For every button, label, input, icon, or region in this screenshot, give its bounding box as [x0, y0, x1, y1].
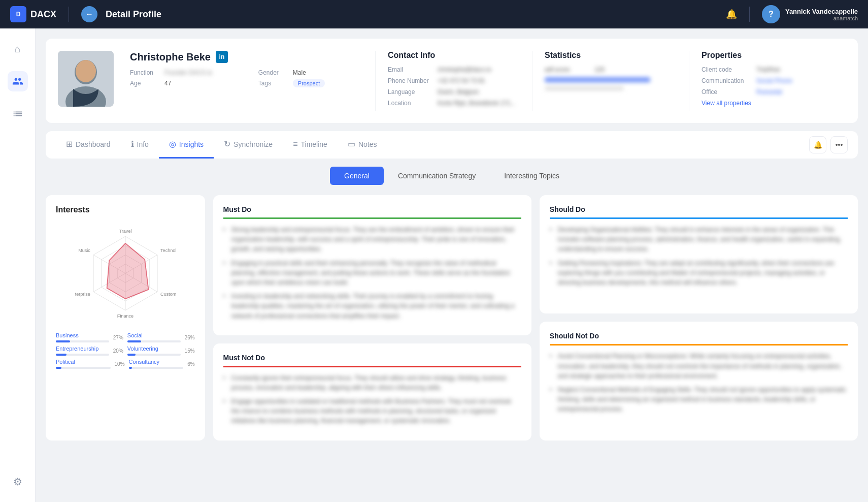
view-all-properties[interactable]: View all properties: [702, 100, 833, 107]
interest-col-3: Entrepreneurship: [56, 346, 109, 356]
profile-avatar: [58, 51, 114, 107]
contact-info-section: Contact Info Email christophe@dacx.io Ph…: [388, 51, 532, 111]
right-column: Should Do Developing Organizational Abil…: [540, 195, 858, 441]
profile-card: Christophe Beke in Function Founder DACX…: [46, 39, 858, 123]
should-do-panel: Should Do Developing Organizational Abil…: [540, 195, 858, 313]
interest-row-2: Entrepreneurship 20% Volunteering 15%: [56, 346, 195, 356]
tab-info[interactable]: ℹ Info: [121, 131, 159, 159]
profile-name-row: Christophe Beke in: [130, 51, 359, 63]
should-not-do-item-2: Neglect Conventional Methods of Engaging…: [550, 385, 848, 415]
sidebar: ⌂ ⚙: [0, 28, 36, 502]
must-not-do-content: Constantly ignore their entrepreneurial …: [223, 373, 521, 426]
sub-tab-communication[interactable]: Communication Strategy: [384, 167, 490, 185]
logo-icon: D: [10, 6, 26, 22]
interest-row-3: Political 10% Consultancy 6%: [56, 359, 195, 369]
notes-tab-icon: ▭: [348, 139, 355, 149]
svg-text:Travel: Travel: [119, 229, 131, 234]
must-do-panel: Must Do Strong leadership and entreprene…: [213, 195, 531, 335]
tab-dashboard[interactable]: ⊞ Dashboard: [56, 131, 121, 159]
client-code-row: Client code Trial/free: [702, 66, 833, 73]
contact-info-title: Contact Info: [388, 51, 520, 60]
function-label: Function: [130, 69, 160, 76]
should-do-title: Should Do: [550, 205, 848, 219]
sidebar-item-home[interactable]: ⌂: [8, 39, 28, 59]
interest-name-5: Political: [56, 359, 111, 365]
interest-score-4: 15%: [185, 348, 195, 354]
tab-notes-label: Notes: [358, 140, 377, 148]
synchronize-tab-icon: ↻: [224, 139, 230, 149]
more-options-btn[interactable]: •••: [830, 136, 848, 153]
svg-text:Finance: Finance: [117, 313, 133, 319]
interest-col-4: Volunteering: [127, 346, 181, 356]
back-button[interactable]: ←: [81, 6, 97, 22]
tab-insights-label: Insights: [179, 140, 204, 148]
profile-name: Christophe Beke: [130, 51, 211, 63]
communication-value: Social Phone: [756, 77, 792, 84]
user-avatar: ?: [762, 5, 780, 23]
profile-sections: Contact Info Email christophe@dacx.io Ph…: [375, 51, 846, 111]
tab-synchronize[interactable]: ↻ Synchronize: [214, 131, 283, 159]
notification-btn[interactable]: 🔔: [809, 136, 826, 153]
properties-section: Properties Client code Trial/free Commun…: [689, 51, 846, 111]
must-do-item-3: Investing in leadership and networking s…: [223, 292, 521, 321]
svg-text:Technology: Technology: [160, 248, 176, 253]
interest-score-5: 10%: [115, 361, 125, 367]
must-not-do-panel: Must Not Do Constantly ignore their entr…: [213, 343, 531, 441]
tab-dashboard-label: Dashboard: [76, 140, 111, 148]
sub-tab-general[interactable]: General: [330, 167, 384, 185]
should-not-do-panel: Should Not Do Avoid Conventional Plannin…: [540, 322, 858, 440]
communication-label: Communication: [702, 77, 752, 84]
tab-info-label: Info: [137, 140, 149, 148]
communication-row: Communication Social Phone: [702, 77, 833, 84]
interest-name-3: Entrepreneurship: [56, 346, 109, 352]
properties-title: Properties: [702, 51, 833, 60]
must-do-item-2: Engaging in practical skills and their e…: [223, 259, 521, 288]
interest-name-1: Business: [56, 332, 109, 338]
tab-notes[interactable]: ▭ Notes: [338, 131, 387, 159]
gender-label: Gender: [258, 69, 289, 76]
linkedin-icon[interactable]: in: [216, 51, 228, 63]
tab-synchronize-label: Synchronize: [233, 140, 273, 148]
svg-text:Customers: Customers: [160, 292, 176, 297]
interests-panel: Interests: [46, 195, 205, 441]
interest-col-5: Political: [56, 359, 111, 369]
bell-icon[interactable]: 🔔: [726, 9, 737, 20]
interest-score-1: 27%: [113, 335, 123, 340]
insights-tab-icon: ◎: [169, 139, 176, 149]
age-label: Age: [130, 80, 160, 87]
nav-divider-2: [749, 7, 750, 22]
sidebar-item-users[interactable]: [8, 71, 28, 91]
interest-col-2: Social: [127, 332, 181, 342]
interest-col-6: Consultancy: [129, 359, 184, 369]
must-not-do-item-1: Constantly ignore their entrepreneurial …: [223, 373, 521, 393]
sub-tabs: General Communication Strategy Interesti…: [46, 167, 858, 185]
sub-tab-topics[interactable]: Interesting Topics: [490, 167, 574, 185]
should-do-item-1: Developing Organizational Abilities: The…: [550, 225, 848, 255]
must-do-title: Must Do: [223, 205, 521, 219]
must-not-do-item-2: Engage opportunities in outdated or trad…: [223, 397, 521, 426]
function-value: Founder DACX.io: [164, 69, 212, 76]
tab-timeline[interactable]: ≡ Timeline: [283, 132, 338, 159]
should-not-do-item-1: Avoid Conventional Planning or Misconcep…: [550, 352, 848, 381]
profile-info: Christophe Beke in Function Founder DACX…: [130, 51, 359, 111]
settings-icon[interactable]: ⚙: [8, 472, 28, 492]
interest-name-2: Social: [127, 332, 181, 338]
statistics-title: Statistics: [545, 51, 677, 60]
tabs-bar: ⊞ Dashboard ℹ Info ◎ Insights ↻ Synchron…: [46, 131, 858, 159]
field-function: Function Founder DACX.io: [130, 69, 246, 76]
client-code-label: Client code: [702, 66, 752, 73]
language-value: Dutch, Belgium: [438, 88, 479, 96]
tabs-actions: 🔔 •••: [809, 136, 848, 153]
sidebar-item-charts[interactable]: [8, 104, 28, 124]
statistics-section: Statistics adf.score 120: [532, 51, 689, 111]
svg-marker-14: [107, 243, 148, 299]
user-name: Yannick Vandecappelle: [785, 8, 858, 15]
language-label: Language: [388, 88, 433, 96]
interest-score-3: 20%: [113, 348, 123, 354]
svg-text:Enterprise: Enterprise: [75, 292, 90, 297]
office-value: Roesedal: [756, 88, 782, 96]
tab-insights[interactable]: ◎ Insights: [159, 131, 214, 159]
profile-fields: Function Founder DACX.io Gender Male Age…: [130, 69, 359, 87]
top-nav: D DACX ← Detail Profile 🔔 ? Yannick Vand…: [0, 0, 868, 28]
location-label: Location: [388, 100, 433, 107]
